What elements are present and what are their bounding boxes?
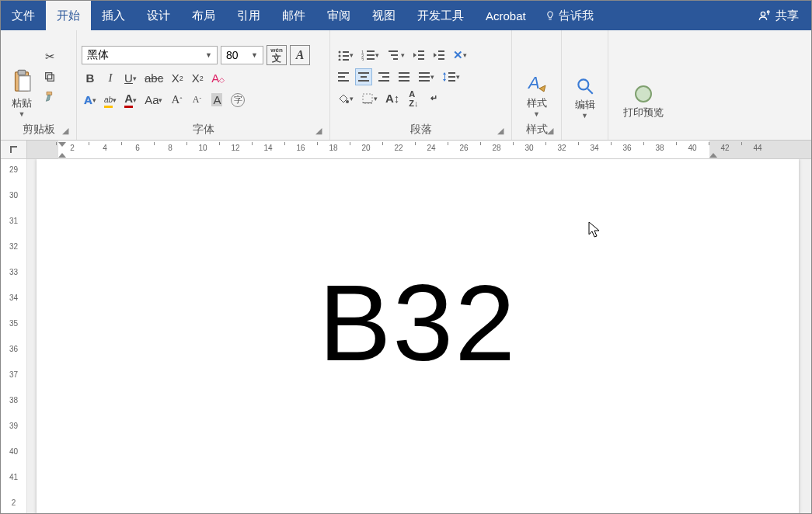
clipboard-launcher[interactable]: ◢ [62, 126, 73, 137]
line-spacing-button[interactable]: ▾ [440, 68, 462, 85]
tab-insert[interactable]: 插入 [91, 1, 136, 30]
svg-rect-31 [358, 72, 369, 74]
svg-text:3: 3 [361, 57, 364, 61]
phonetic-guide-button[interactable]: wén 文 [267, 45, 287, 65]
tab-home[interactable]: 开始 [46, 1, 91, 30]
svg-point-11 [339, 58, 341, 61]
tab-review[interactable]: 审阅 [316, 1, 361, 30]
svg-point-7 [339, 50, 341, 53]
svg-rect-43 [444, 74, 445, 80]
align-left-icon [337, 71, 350, 82]
font-name-combo[interactable]: 黑体 ▼ [82, 46, 218, 64]
styles-label: 样式 [527, 96, 547, 110]
styles-launcher[interactable]: ◢ [547, 126, 558, 137]
text-effects-button[interactable]: A ▾ [82, 92, 99, 109]
group-editing-label [562, 124, 608, 140]
numbering-button[interactable]: 123▾ [359, 47, 382, 64]
clipboard-icon [10, 68, 33, 95]
shrink-font-button[interactable]: Aˇ [188, 92, 205, 109]
horizontal-ruler[interactable]: 2468101214161820222426283032343638404244 [1, 141, 811, 159]
svg-rect-35 [382, 76, 389, 78]
editing-button[interactable]: 编辑 ▼ [570, 33, 600, 121]
bold-button[interactable]: B [82, 70, 99, 87]
tab-layout[interactable]: 布局 [181, 1, 226, 30]
font-size-value: 80 [226, 49, 239, 61]
bullets-icon [337, 50, 350, 61]
tab-design[interactable]: 设计 [136, 1, 181, 30]
chevron-down-icon: ▼ [205, 51, 212, 59]
align-center-button[interactable] [355, 68, 372, 85]
increase-indent-button[interactable] [430, 47, 448, 64]
asian-layout-button[interactable]: ✕▾ [451, 47, 469, 64]
tab-references[interactable]: 引用 [226, 1, 271, 30]
decrease-indent-button[interactable] [410, 47, 427, 64]
search-icon [575, 76, 595, 96]
align-left-button[interactable] [335, 68, 352, 85]
svg-rect-16 [367, 54, 375, 56]
share-label: 共享 [775, 9, 799, 23]
font-color-button[interactable]: A ▾ [122, 92, 139, 109]
svg-rect-40 [419, 72, 430, 74]
show-marks-button[interactable]: ↵ [425, 90, 442, 107]
tab-acrobat[interactable]: Acrobat [475, 1, 537, 30]
styles-button[interactable]: A 样式 ▼ [521, 33, 553, 120]
font-launcher[interactable]: ◢ [315, 126, 326, 137]
snap-to-grid-button[interactable]: A↕ [383, 90, 402, 107]
svg-rect-5 [47, 75, 54, 81]
vertical-ruler[interactable]: 293031323334353637383940412 [1, 159, 27, 514]
align-distributed-button[interactable]: ▾ [416, 68, 437, 85]
align-right-button[interactable] [375, 68, 392, 85]
change-case-button[interactable]: Aa ▾ [142, 92, 165, 109]
font-name-value: 黑体 [87, 48, 109, 62]
share-button[interactable]: 共享 [746, 1, 811, 30]
document-text[interactable]: B32 [319, 260, 517, 386]
sort-button[interactable]: AZ↓ [405, 90, 422, 107]
italic-button[interactable]: I [102, 70, 119, 87]
ruler-corner[interactable] [1, 141, 27, 158]
svg-rect-4 [19, 76, 30, 91]
highlight-button[interactable]: ab ▾ [102, 92, 119, 109]
character-shading-button[interactable]: A [208, 92, 225, 109]
tab-developer[interactable]: 开发工具 [406, 1, 475, 30]
cut-button[interactable]: ✂ [41, 48, 58, 65]
tab-file[interactable]: 文件 [1, 1, 46, 30]
font-size-combo[interactable]: 80 ▼ [221, 46, 263, 64]
paste-button[interactable]: 粘贴 ▼ [5, 33, 38, 120]
svg-rect-36 [378, 80, 389, 82]
sort-icon: AZ↓ [409, 89, 418, 108]
superscript-button[interactable]: X2 [189, 70, 206, 87]
align-justify-button[interactable] [396, 68, 413, 85]
copy-button[interactable] [41, 68, 58, 85]
clear-formatting-button[interactable]: A◇ [209, 70, 227, 87]
print-preview-icon [633, 84, 653, 104]
strikethrough-button[interactable]: abc [142, 70, 166, 87]
shading-button[interactable]: ▾ [335, 90, 356, 107]
svg-rect-45 [448, 76, 455, 78]
format-painter-button[interactable] [41, 89, 58, 106]
paragraph-launcher[interactable]: ◢ [497, 126, 508, 137]
bullets-button[interactable]: ▾ [335, 47, 356, 64]
svg-text:A: A [527, 73, 540, 92]
group-paragraph-label: 段落 [330, 123, 511, 140]
svg-rect-34 [378, 72, 389, 74]
svg-point-0 [761, 12, 765, 16]
svg-point-51 [578, 79, 588, 89]
character-border-button[interactable]: A [290, 45, 310, 65]
tab-view[interactable]: 视图 [361, 1, 406, 30]
print-preview-button[interactable]: 打印预览 [619, 33, 668, 121]
multilevel-list-button[interactable]: ▾ [385, 47, 407, 64]
grow-font-button[interactable]: Aˆ [168, 92, 185, 109]
borders-button[interactable]: ▾ [359, 90, 380, 107]
document-area[interactable]: B32 [27, 159, 811, 514]
tell-me[interactable]: 告诉我 [545, 1, 594, 30]
svg-rect-41 [419, 76, 430, 78]
enclose-character-button[interactable]: 字 [228, 92, 247, 109]
align-distributed-icon [418, 71, 430, 82]
align-justify-icon [398, 71, 410, 82]
svg-rect-27 [438, 58, 444, 60]
styles-icon: A [525, 71, 549, 95]
underline-button[interactable]: U ▾ [122, 70, 139, 87]
tab-mailings[interactable]: 邮件 [271, 1, 316, 30]
svg-rect-37 [399, 72, 409, 74]
subscript-button[interactable]: X2 [169, 70, 186, 87]
